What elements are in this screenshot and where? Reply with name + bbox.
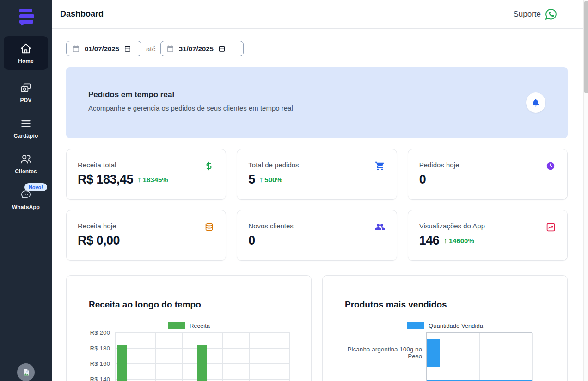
stats-grid: Receita total R$ 183,45 ↑ 18345% Total d… bbox=[66, 149, 568, 261]
up-arrow-icon: ↑ bbox=[137, 175, 141, 184]
product-bar bbox=[427, 339, 440, 367]
sidebar-nav: Home PDV Cardápio Clientes bbox=[0, 36, 52, 212]
home-icon bbox=[20, 43, 32, 55]
stat-label: Receita hoje bbox=[78, 222, 214, 230]
scrollbar-thumb[interactable] bbox=[584, 1, 588, 93]
top-header: Dashboard Suporte bbox=[52, 0, 583, 29]
gridline bbox=[196, 332, 196, 381]
stat-card-total-pedidos: Total de pedidos 5 ↑ 500% bbox=[237, 149, 397, 200]
revenue-plot-row: R$ 200R$ 180R$ 160R$ 140 bbox=[89, 332, 289, 381]
legend-swatch-receita bbox=[168, 322, 185, 329]
y-axis-tick-label: R$ 140 bbox=[89, 375, 110, 381]
up-arrow-icon: ↑ bbox=[259, 175, 263, 184]
trend-chart-icon bbox=[546, 222, 556, 232]
sidebar-item-home[interactable]: Home bbox=[4, 36, 48, 70]
calendar-icon bbox=[166, 45, 174, 53]
gridline bbox=[249, 332, 250, 381]
date-separator: até bbox=[146, 45, 156, 53]
support-link[interactable]: Suporte bbox=[513, 8, 557, 21]
sidebar-item-label: WhatsApp bbox=[12, 204, 40, 210]
legend-label: Receita bbox=[190, 322, 210, 329]
up-arrow-icon: ↑ bbox=[443, 236, 447, 246]
y-axis-tick-label: R$ 180 bbox=[89, 344, 110, 351]
stat-delta-value: 500% bbox=[264, 176, 282, 184]
stat-label: Pedidos hoje bbox=[419, 161, 556, 169]
stat-value: 146 bbox=[419, 234, 440, 248]
stat-delta-value: 14600% bbox=[449, 237, 474, 245]
gridline bbox=[236, 332, 236, 381]
sidebar-item-clientes[interactable]: Clientes bbox=[4, 151, 48, 177]
gridline bbox=[209, 332, 209, 381]
app-logo bbox=[0, 0, 52, 28]
stat-label: Novos clientes bbox=[248, 222, 385, 230]
date-filter-row: 01/07/2025 até 31/07/2025 bbox=[66, 41, 568, 56]
sidebar-item-label: Home bbox=[18, 58, 34, 64]
revenue-chart-card: Receita ao longo do tempo Receita R$ 200… bbox=[66, 275, 312, 381]
chart-legend: Quantidade Vendida bbox=[345, 322, 545, 329]
legend-label: Quantidade Vendida bbox=[429, 322, 483, 329]
coins-icon bbox=[204, 222, 214, 232]
sidebar-item-cardapio[interactable]: Cardápio bbox=[4, 116, 48, 141]
cart-icon bbox=[375, 161, 385, 171]
pos-terminal-icon bbox=[20, 82, 32, 94]
users-icon bbox=[20, 153, 32, 165]
date-from-input[interactable]: 01/07/2025 bbox=[66, 41, 141, 56]
new-badge: Novo! bbox=[24, 183, 47, 191]
chart-title: Receita ao longo do tempo bbox=[89, 300, 289, 310]
stat-card-visualizacoes: Visualizações do App 146 ↑ 14600% bbox=[408, 210, 568, 261]
stat-card-receita-hoje: Receita hoje R$ 0,00 bbox=[66, 210, 226, 261]
whatsapp-icon bbox=[545, 8, 557, 21]
banner-title: Pedidos em tempo real bbox=[88, 90, 545, 99]
gridline bbox=[129, 332, 129, 381]
menu-lines-icon bbox=[20, 117, 32, 129]
gridline bbox=[222, 332, 223, 381]
realtime-orders-banner: Pedidos em tempo real Acompanhe e gerenc… bbox=[66, 67, 568, 138]
category-label: Picanha argentina 100g no Peso bbox=[345, 346, 422, 360]
legend-swatch-quantidade bbox=[407, 322, 424, 329]
date-picker-icon[interactable] bbox=[218, 45, 226, 52]
stat-value: 0 bbox=[419, 172, 426, 187]
stat-card-novos-clientes: Novos clientes 0 bbox=[237, 210, 397, 261]
page-scrollbar[interactable] bbox=[583, 0, 588, 381]
stat-card-receita-total: Receita total R$ 183,45 ↑ 18345% bbox=[66, 149, 226, 200]
banner-subtitle: Acompanhe e gerencia os pedidos de seus … bbox=[88, 104, 545, 112]
dollar-icon bbox=[204, 161, 214, 171]
stat-delta: ↑ 14600% bbox=[443, 236, 474, 246]
sidebar-item-pdv[interactable]: PDV bbox=[4, 80, 48, 105]
sidebar-item-label: Clientes bbox=[15, 168, 37, 175]
gridline bbox=[276, 332, 276, 381]
sidebar: Home PDV Cardápio Clientes bbox=[0, 0, 52, 381]
revenue-bar bbox=[197, 345, 207, 381]
user-group-icon bbox=[374, 221, 386, 233]
stat-value: 5 bbox=[248, 172, 255, 187]
gridline bbox=[182, 332, 183, 381]
gridline bbox=[155, 332, 156, 381]
stat-label: Visualizações do App bbox=[419, 222, 556, 230]
date-to-input[interactable]: 31/07/2025 bbox=[160, 41, 244, 56]
products-chart-card: Produtos mais vendidos Quantidade Vendid… bbox=[322, 275, 568, 381]
bell-icon bbox=[531, 98, 540, 107]
notifications-button[interactable] bbox=[526, 92, 545, 113]
page-title: Dashboard bbox=[60, 9, 104, 19]
store-avatar[interactable] bbox=[17, 363, 35, 381]
main-area: Dashboard Suporte 01/07/2025 até bbox=[52, 0, 583, 381]
stat-delta-value: 18345% bbox=[143, 176, 168, 184]
gridline bbox=[427, 374, 532, 374]
date-from-value: 01/07/2025 bbox=[85, 45, 119, 53]
stat-delta: ↑ 18345% bbox=[137, 175, 168, 184]
gridline bbox=[142, 332, 142, 381]
sidebar-item-label: PDV bbox=[20, 97, 32, 104]
stat-label: Total de pedidos bbox=[248, 161, 385, 169]
y-axis-tick-label: R$ 200 bbox=[89, 329, 110, 336]
revenue-plot-area bbox=[115, 332, 289, 381]
gridline bbox=[532, 333, 533, 381]
stat-card-pedidos-hoje: Pedidos hoje 0 bbox=[408, 149, 568, 200]
date-picker-icon[interactable] bbox=[124, 45, 131, 52]
revenue-bar bbox=[117, 345, 127, 381]
logo-icon bbox=[14, 6, 37, 28]
stat-value: 0 bbox=[248, 234, 255, 248]
stat-value: R$ 183,45 bbox=[78, 172, 133, 187]
sidebar-item-whatsapp[interactable]: Novo! WhatsApp bbox=[4, 187, 48, 212]
sidebar-item-label: Cardápio bbox=[14, 133, 38, 139]
products-plot-row: Picanha argentina 100g no Peso bbox=[345, 332, 545, 381]
